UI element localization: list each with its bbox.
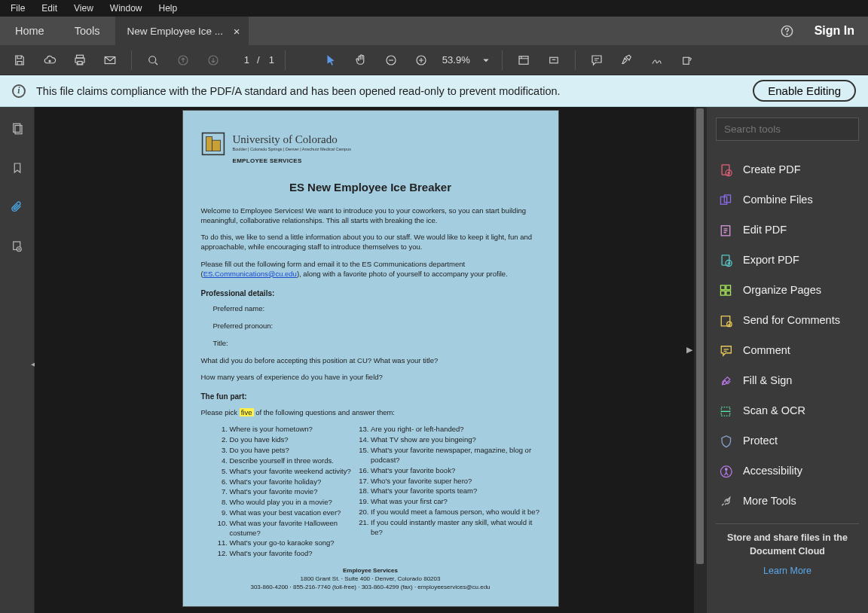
menu-file[interactable]: File	[3, 2, 32, 15]
svg-rect-27	[720, 285, 725, 289]
select-arrow-icon[interactable]	[319, 48, 343, 72]
question-item: Where is your hometown?	[230, 425, 355, 435]
tools-tab[interactable]: Tools	[60, 17, 115, 45]
doc-footer: Employee Services 1800 Grant St. · Suite…	[201, 567, 540, 591]
question-previous-role: What did you do before accepting this po…	[201, 356, 540, 366]
next-page-icon[interactable]	[201, 48, 225, 72]
expand-right-panel-icon[interactable]: ▶	[686, 345, 692, 355]
create-pdf-icon	[719, 163, 732, 176]
intro-p2: To do this, we like to send a little inf…	[201, 233, 540, 252]
prev-page-icon[interactable]	[171, 48, 195, 72]
tool-comment[interactable]: Comment	[716, 335, 859, 365]
left-nav-panel: ◀	[0, 107, 35, 613]
tool-edit-pdf[interactable]: Edit PDF	[716, 215, 859, 245]
tool-send-for-comments[interactable]: Send for Comments	[716, 305, 859, 335]
home-tab[interactable]: Home	[0, 17, 60, 45]
zoom-out-icon[interactable]	[379, 48, 403, 72]
tool-more-tools[interactable]: More Tools	[716, 486, 859, 516]
hand-icon[interactable]	[349, 48, 373, 72]
dept-name: EMPLOYEE SERVICES	[233, 157, 351, 166]
svg-rect-11	[549, 57, 558, 63]
doc-title: ES New Employee Ice Breaker	[201, 180, 540, 195]
field-preferred-pronoun: Preferred pronoun:	[201, 322, 540, 331]
question-item: If you could instantly master any skill,…	[371, 518, 539, 538]
menu-view[interactable]: View	[66, 2, 101, 15]
tool-scan-ocr[interactable]: Scan & OCR	[716, 395, 859, 425]
zoom-in-icon[interactable]	[409, 48, 433, 72]
question-item: Do you have kids?	[230, 435, 355, 445]
page-number-input[interactable]	[231, 54, 249, 66]
save-icon[interactable]	[8, 48, 32, 72]
tool-label: Combine Files	[743, 194, 813, 206]
field-preferred-name: Preferred name:	[201, 304, 540, 314]
sign-icon[interactable]	[645, 48, 669, 72]
print-icon[interactable]	[68, 48, 92, 72]
zoom-dropdown-icon[interactable]	[479, 48, 493, 72]
university-name: University of Colorado	[233, 132, 351, 147]
tool-create-pdf[interactable]: Create PDF	[716, 154, 859, 185]
tool-accessibility[interactable]: Accessibility	[716, 456, 859, 486]
highlight-icon[interactable]	[615, 48, 639, 72]
annotate-icon[interactable]	[585, 48, 609, 72]
document-tab[interactable]: New Employee Ice ... ×	[115, 17, 249, 45]
question-item: Are you right- or left-handed?	[371, 425, 539, 435]
vertical-scrollbar[interactable]	[694, 107, 706, 613]
svg-rect-30	[726, 291, 731, 295]
pdf-page: University of Colorado Boulder | Colorad…	[182, 110, 559, 607]
question-item: What's your favorite movie?	[230, 487, 355, 497]
menu-window[interactable]: Window	[102, 2, 150, 15]
question-experience: How many years of experience do you have…	[201, 373, 540, 383]
document-view[interactable]: ▶ University of Colorado Boulder | Color…	[35, 107, 706, 613]
edit-pdf-icon	[719, 223, 732, 236]
fit-width-icon[interactable]	[512, 48, 536, 72]
svg-rect-10	[519, 56, 528, 64]
bookmarks-icon[interactable]	[11, 161, 24, 178]
question-item: What was your first car?	[371, 497, 539, 507]
cloud-icon[interactable]	[38, 48, 62, 72]
banner-text: This file claims compliance with the PDF…	[36, 85, 561, 97]
professional-heading: Professional details:	[201, 288, 540, 299]
enable-editing-button[interactable]: Enable Editing	[753, 80, 856, 102]
rotate-icon[interactable]	[675, 48, 699, 72]
svg-rect-22	[720, 197, 726, 204]
find-icon[interactable]	[141, 48, 165, 72]
tool-organize-pages[interactable]: Organize Pages	[716, 275, 859, 305]
learn-more-link[interactable]: Learn More	[716, 566, 859, 576]
question-item: What's your favorite food?	[230, 549, 355, 559]
menu-help[interactable]: Help	[151, 2, 185, 15]
email-icon[interactable]	[98, 48, 122, 72]
tool-combine-files[interactable]: Combine Files	[716, 185, 859, 215]
question-item: What was your favorite Halloween costume…	[230, 519, 355, 538]
tool-export-pdf[interactable]: Export PDF	[716, 245, 859, 275]
menu-edit[interactable]: Edit	[34, 2, 65, 15]
fit-page-icon[interactable]	[542, 48, 566, 72]
svg-rect-19	[212, 140, 220, 151]
export-pdf-icon	[719, 253, 732, 267]
intro-p3: Please fill out the following form and e…	[201, 260, 540, 279]
protect-icon	[719, 434, 732, 447]
field-title: Title:	[201, 339, 540, 349]
svg-rect-28	[726, 285, 731, 289]
question-item: What's your favorite book?	[371, 466, 539, 476]
question-list-left: Where is your hometown?Do you have kids?…	[218, 425, 355, 560]
tool-protect[interactable]: Protect	[716, 425, 859, 456]
attachments-icon[interactable]	[11, 200, 24, 217]
svg-rect-29	[720, 291, 725, 295]
layers-icon[interactable]	[11, 239, 24, 256]
document-tab-label: New Employee Ice ...	[127, 26, 224, 37]
thumbnails-icon[interactable]	[11, 122, 24, 139]
tabbar: Home Tools New Employee Ice ... × Sign I…	[0, 17, 868, 45]
cu-logo-icon	[201, 132, 225, 156]
tool-label: Edit PDF	[743, 224, 787, 236]
menubar: File Edit View Window Help	[0, 0, 868, 17]
help-icon[interactable]	[774, 24, 801, 38]
sign-in-button[interactable]: Sign In	[801, 24, 868, 38]
question-item: Who would play you in a movie?	[230, 498, 355, 508]
question-item: What was your best vacation ever?	[230, 508, 355, 518]
info-icon: i	[12, 84, 26, 98]
search-tools-input[interactable]	[716, 117, 859, 141]
zoom-value[interactable]: 53.9%	[439, 54, 473, 66]
tool-fill-sign[interactable]: Fill & Sign	[716, 365, 859, 395]
close-tab-icon[interactable]: ×	[231, 26, 243, 38]
email-link[interactable]: ES.Communications@cu.edu	[203, 270, 297, 278]
